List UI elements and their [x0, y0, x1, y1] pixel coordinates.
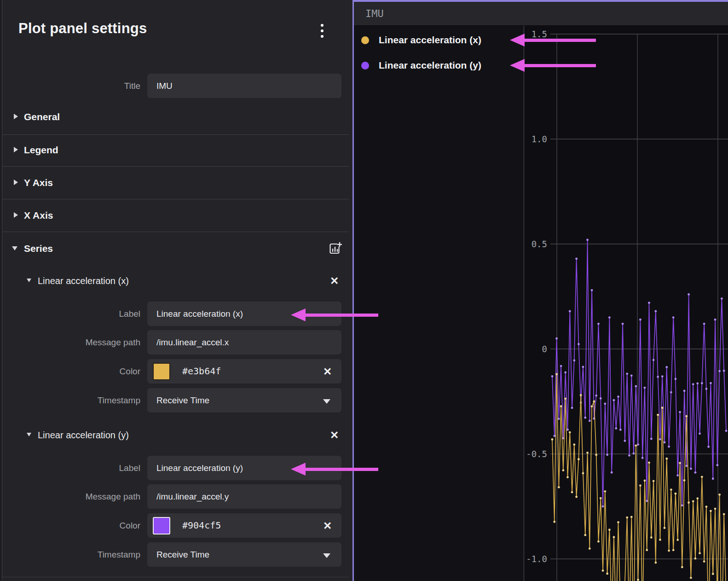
clear-color-button[interactable]: ✕ — [323, 519, 332, 532]
timestamp-selected-value: Receive Time — [156, 395, 209, 405]
series-trace-y — [551, 238, 728, 507]
section-series[interactable]: Series — [0, 242, 350, 256]
chevron-right-icon — [14, 180, 18, 185]
divider — [2, 199, 349, 199]
chevron-down-icon — [12, 246, 17, 250]
dropdown-caret-icon — [323, 399, 330, 404]
series-x-color-input[interactable]: #e3b64f ✕ — [147, 359, 341, 383]
series-y-label-input[interactable]: Linear acceleration (y) — [147, 456, 341, 480]
divider — [2, 166, 349, 167]
color-swatch[interactable] — [153, 517, 170, 535]
divider — [2, 232, 349, 232]
plot-panel: IMU Linear acceleration (x) Linear accel… — [352, 0, 728, 581]
section-y-axis[interactable]: Y Axis — [0, 176, 350, 190]
color-field-label: Color — [0, 359, 140, 383]
chevron-right-icon — [14, 114, 18, 119]
color-swatch[interactable] — [153, 363, 170, 380]
divider — [2, 577, 349, 577]
divider — [2, 134, 349, 135]
plot-panel-settings-sidebar: Plot panel settings Title IMU General Le… — [0, 0, 352, 581]
plot-panel-body: Linear acceleration (x) Linear accelerat… — [354, 26, 728, 581]
message-path-field-label: Message path — [0, 484, 140, 509]
kebab-menu-icon[interactable] — [317, 23, 328, 39]
title-field-label: Title — [0, 74, 140, 98]
remove-series-button[interactable]: ✕ — [330, 274, 339, 287]
chevron-right-icon — [14, 147, 18, 152]
series-y-message-path-input[interactable]: /imu.linear_accel.y — [147, 484, 341, 509]
settings-panel-title: Plot panel settings — [18, 20, 147, 37]
label-field-label: Label — [0, 456, 140, 480]
series-y-header[interactable]: Linear acceleration (y) ✕ — [0, 429, 350, 442]
remove-series-button[interactable]: ✕ — [330, 429, 339, 442]
timestamp-field-label: Timestamp — [0, 542, 140, 567]
plot-panel-title: IMU — [365, 2, 384, 26]
y-axis-tick-label: 0 — [542, 344, 547, 354]
color-hex-value: #e3b64f — [182, 359, 221, 383]
series-y-timestamp-select[interactable]: Receive Time — [147, 542, 341, 567]
chevron-down-icon — [27, 433, 31, 436]
panel-title-input[interactable]: IMU — [147, 74, 341, 98]
y-axis-tick-label: -1.0 — [526, 554, 547, 564]
y-axis-tick-label: 1.0 — [532, 134, 547, 144]
timestamp-selected-value: Receive Time — [156, 550, 209, 559]
series-x-header[interactable]: Linear acceleration (x) ✕ — [0, 274, 350, 287]
section-legend[interactable]: Legend — [0, 143, 350, 157]
timestamp-field-label: Timestamp — [0, 388, 140, 413]
add-chart-icon — [329, 242, 342, 256]
chevron-right-icon — [14, 212, 18, 218]
series-y-color-input[interactable]: #904cf5 ✕ — [147, 513, 341, 538]
add-series-button[interactable] — [329, 242, 342, 256]
plot-chart-svg[interactable]: 1.51.00.50-0.5-1.0 — [354, 26, 728, 581]
y-axis-tick-label: 0.5 — [532, 239, 547, 249]
color-hex-value: #904cf5 — [182, 513, 221, 538]
dropdown-caret-icon — [323, 553, 330, 558]
message-path-field-label: Message path — [0, 330, 140, 354]
color-field-label: Color — [0, 513, 140, 538]
plot-panel-titlebar[interactable]: IMU — [354, 2, 728, 26]
y-axis-tick-label: 1.5 — [532, 29, 547, 39]
chevron-down-icon — [27, 279, 31, 282]
label-field-label: Label — [0, 302, 140, 326]
series-x-label-input[interactable]: Linear acceleration (x) — [147, 302, 341, 326]
clear-color-button[interactable]: ✕ — [323, 365, 332, 378]
y-axis-tick-label: -0.5 — [526, 449, 547, 459]
series-x-timestamp-select[interactable]: Receive Time — [147, 388, 341, 413]
series-x-message-path-input[interactable]: /imu.linear_accel.x — [147, 330, 341, 354]
section-x-axis[interactable]: X Axis — [0, 209, 350, 222]
section-general[interactable]: General — [0, 110, 350, 124]
